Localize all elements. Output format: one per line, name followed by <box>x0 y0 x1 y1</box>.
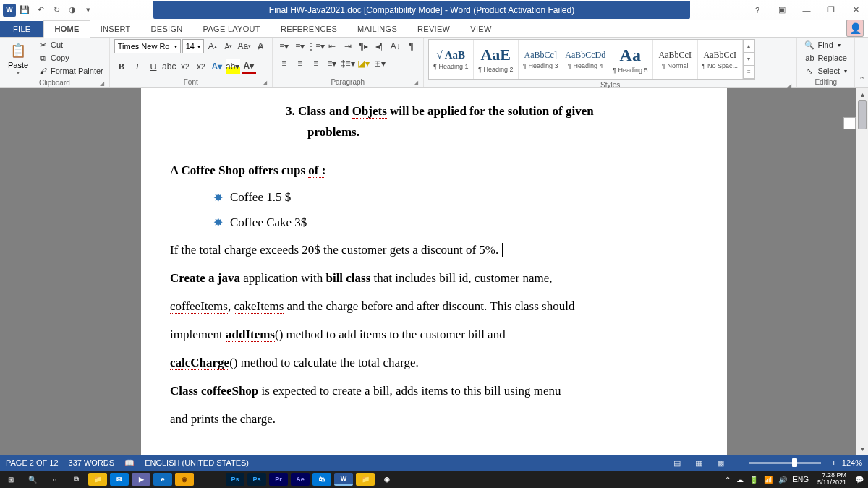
borders-button[interactable]: ⊞▾ <box>373 56 387 71</box>
font-color-button[interactable]: A▾ <box>242 59 256 74</box>
style-item-5[interactable]: AaBbCcI¶ Normal <box>653 40 698 79</box>
taskbar-app-video[interactable]: ▶ <box>132 473 150 486</box>
tray-volume-icon[interactable]: 🔊 <box>778 476 787 484</box>
underline-button[interactable]: U <box>146 59 161 74</box>
increase-indent-button[interactable]: ⇥ <box>341 39 355 53</box>
grow-font-button[interactable]: A▴ <box>205 39 220 53</box>
page-number-status[interactable]: PAGE 2 OF 12 <box>6 458 59 467</box>
ltr-button[interactable]: ¶▸ <box>357 39 371 53</box>
numbering-button[interactable]: ≡▾ <box>293 39 307 53</box>
minimize-button[interactable]: — <box>794 1 819 20</box>
style-item-3[interactable]: AaBbCcDd¶ Heading 4 <box>563 40 608 79</box>
zoom-level[interactable]: 124% <box>842 458 862 467</box>
taskbar-app-word[interactable]: W <box>334 473 353 486</box>
align-right-button[interactable]: ≡ <box>309 56 323 71</box>
collapse-ribbon-button[interactable]: ⌃ <box>855 38 868 87</box>
superscript-button[interactable]: x2 <box>194 59 208 74</box>
word-count-status[interactable]: 337 WORDS <box>69 458 115 467</box>
taskbar-app-edge[interactable]: e <box>153 473 172 486</box>
tray-chevron-icon[interactable]: ⌃ <box>725 476 731 484</box>
document-page[interactable]: 3. Class and Objets will be applied for … <box>141 88 727 455</box>
tab-view[interactable]: VIEW <box>460 21 501 37</box>
close-button[interactable]: ✕ <box>843 1 868 20</box>
select-button[interactable]: ⤡Select▾ <box>801 65 850 77</box>
strikethrough-button[interactable]: abc <box>162 59 176 74</box>
zoom-in-button[interactable]: + <box>831 458 835 467</box>
taskbar-app-ps[interactable]: Ps <box>226 473 244 486</box>
style-item-0[interactable]: √ AaB¶ Heading 1 <box>429 40 474 79</box>
taskbar-app-ae[interactable]: Ae <box>291 473 310 486</box>
taskbar-app-chrome[interactable]: ◉ <box>175 473 194 486</box>
user-account-button[interactable] <box>846 20 864 37</box>
taskbar-app-explorer2[interactable]: 📁 <box>356 473 375 486</box>
start-button[interactable]: ⊞ <box>0 471 22 488</box>
scroll-up-button[interactable]: ▴ <box>856 88 868 100</box>
tray-clock[interactable]: 7:28 PM5/11/2021 <box>814 472 849 487</box>
qat-customize[interactable]: ▾ <box>81 3 95 17</box>
taskbar-app-explorer[interactable]: 📁 <box>88 473 107 486</box>
style-item-6[interactable]: AaBbCcI¶ No Spac... <box>698 40 743 79</box>
tab-home[interactable]: HOME <box>43 20 90 38</box>
vertical-scrollbar[interactable]: ▴ ▾ <box>856 88 868 455</box>
tab-references[interactable]: REFERENCES <box>271 21 347 37</box>
multilevel-button[interactable]: ⋮≡▾ <box>309 39 323 53</box>
read-mode-button[interactable]: ▤ <box>669 456 685 469</box>
sort-button[interactable]: A↓ <box>388 39 403 53</box>
taskbar-app-mail[interactable]: ✉ <box>110 473 129 486</box>
tab-review[interactable]: REVIEW <box>407 21 460 37</box>
cortana-button[interactable]: ○ <box>43 471 65 488</box>
zoom-slider[interactable] <box>749 462 821 464</box>
decrease-indent-button[interactable]: ⇤ <box>325 39 339 53</box>
help-button[interactable]: ? <box>745 1 770 20</box>
line-spacing-button[interactable]: ‡≡▾ <box>341 56 355 71</box>
format-painter-button[interactable]: 🖌Format Painter <box>36 65 105 77</box>
dialog-launcher-icon[interactable]: ◢ <box>98 79 106 87</box>
dialog-launcher-icon[interactable]: ◢ <box>412 78 420 87</box>
bold-button[interactable]: B <box>114 59 129 74</box>
style-item-4[interactable]: Aa¶ Heading 5 <box>608 40 653 79</box>
find-button[interactable]: 🔍Find▾ <box>801 39 850 51</box>
shrink-font-button[interactable]: A▾ <box>221 39 236 53</box>
web-layout-button[interactable]: ▩ <box>712 456 728 469</box>
tray-onedrive-icon[interactable]: ☁ <box>736 476 744 484</box>
taskbar-app-store[interactable]: 🛍 <box>312 473 331 486</box>
rtl-button[interactable]: ◂¶ <box>373 39 387 53</box>
tab-design[interactable]: DESIGN <box>141 21 193 37</box>
scroll-down-button[interactable]: ▾ <box>856 442 868 455</box>
subscript-button[interactable]: x2 <box>178 59 192 74</box>
text-effects-button[interactable]: A▾ <box>210 59 224 74</box>
paste-button[interactable]: 📋 Paste ▾ <box>4 39 32 77</box>
align-center-button[interactable]: ≡ <box>293 56 307 71</box>
style-item-2[interactable]: AaBbCc]¶ Heading 3 <box>519 40 563 79</box>
align-left-button[interactable]: ≡ <box>277 56 292 71</box>
dialog-launcher-icon[interactable]: ◢ <box>260 78 269 87</box>
gallery-more[interactable]: ≡ <box>744 66 754 79</box>
font-name-combo[interactable]: Times New Ro▾ <box>114 39 181 53</box>
tab-page-layout[interactable]: PAGE LAYOUT <box>193 21 271 37</box>
justify-button[interactable]: ≡▾ <box>325 56 339 71</box>
scroll-thumb[interactable] <box>858 100 867 129</box>
restore-button[interactable]: ❐ <box>819 1 843 20</box>
touch-mode-button[interactable]: ◑ <box>65 3 80 17</box>
change-case-button[interactable]: Aa▾ <box>237 39 252 53</box>
task-view-button[interactable]: ⧉ <box>65 471 87 488</box>
zoom-handle[interactable] <box>792 458 797 467</box>
clear-formatting-button[interactable]: A̷ <box>253 39 268 53</box>
tray-wifi-icon[interactable]: 📶 <box>764 476 773 484</box>
replace-button[interactable]: abReplace <box>801 52 850 64</box>
italic-button[interactable]: I <box>130 59 145 74</box>
spelling-status[interactable]: 📖 <box>124 458 135 468</box>
taskbar-app-ps2[interactable]: Ps <box>247 473 266 486</box>
taskbar-app-chrome2[interactable]: ◉ <box>378 473 396 486</box>
gallery-up[interactable]: ▴ <box>744 40 754 53</box>
save-button[interactable]: 💾 <box>17 3 32 17</box>
tab-insert[interactable]: INSERT <box>90 21 141 37</box>
shading-button[interactable]: ◪▾ <box>357 56 371 71</box>
tray-battery-icon[interactable]: 🔋 <box>749 476 758 484</box>
copy-button[interactable]: ⧉Copy <box>36 52 105 64</box>
highlight-button[interactable]: ab▾ <box>226 59 240 74</box>
bullets-button[interactable]: ≡▾ <box>277 39 292 53</box>
gallery-down[interactable]: ▾ <box>744 53 754 66</box>
ribbon-display-button[interactable]: ▣ <box>770 1 794 20</box>
show-marks-button[interactable]: ¶ <box>404 39 419 53</box>
